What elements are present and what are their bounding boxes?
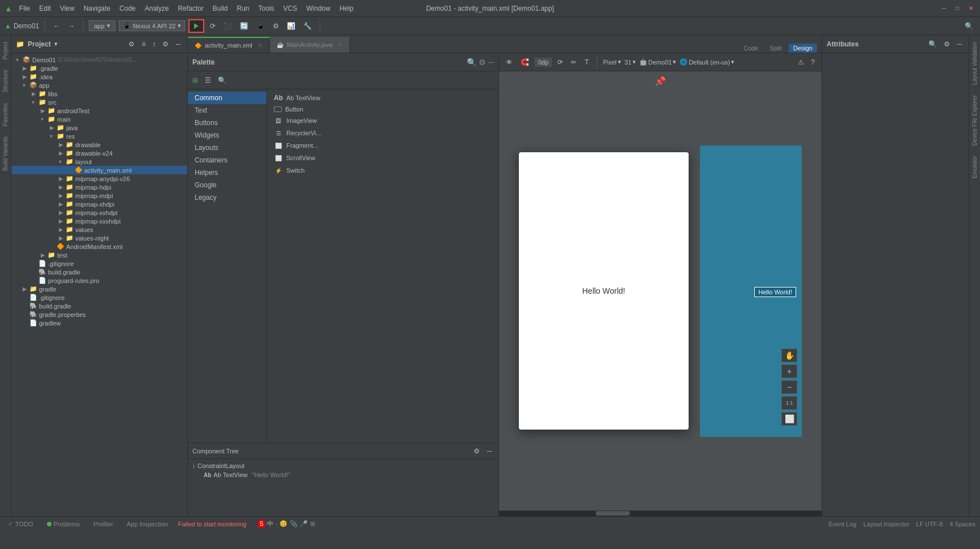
palette-cat-legacy[interactable]: Legacy xyxy=(188,191,267,204)
project-sort-button[interactable]: ↕ xyxy=(150,39,158,49)
palette-cat-text[interactable]: Text xyxy=(188,104,267,117)
tree-item-mipmap-xxhdpi[interactable]: ▶ 📁 mipmap-xxhdpi xyxy=(11,208,187,217)
layout-inspector-link[interactable]: Layout Inspector xyxy=(863,521,909,527)
tree-item-mipmap-xhdpi[interactable]: ▶ 📁 mipmap-xhdpi xyxy=(11,200,187,208)
palette-cat-buttons[interactable]: Buttons xyxy=(188,117,267,129)
tab-activity-main[interactable]: 🔶 activity_main.xml ✕ xyxy=(188,37,270,53)
palette-search2-button[interactable]: 🔍 xyxy=(216,75,229,85)
sidebar-item-favorites[interactable]: Favorites xyxy=(1,98,10,131)
locale-selector[interactable]: 🌐 Default (en-us)▾ xyxy=(680,58,734,66)
palette-item-switch[interactable]: ⚡ Switch xyxy=(272,164,494,177)
design-mode-button[interactable]: Design xyxy=(789,44,817,53)
tree-item-mipmap-xxxhdpi[interactable]: ▶ 📁 mipmap-xxxhdpi xyxy=(11,217,187,225)
tree-item-mipmap-hdpi[interactable]: ▶ 📁 mipmap-hdpi xyxy=(11,183,187,191)
avd-button[interactable]: 📱 xyxy=(254,21,267,31)
tree-item-demo01[interactable]: ▾ 📦 Demo01 D:\Study\Java\AOS\AndroidS... xyxy=(11,55,187,64)
palette-item-button[interactable]: Button xyxy=(272,104,494,114)
back-nav-button[interactable]: ← xyxy=(51,21,62,31)
zoom-reset-button[interactable]: 1:1 xyxy=(781,396,797,410)
canvas-scrollbar-thumb[interactable] xyxy=(596,511,630,516)
canvas-help-button[interactable]: ? xyxy=(809,57,817,67)
tree-item-libs[interactable]: ▶ 📁 libs xyxy=(11,89,187,98)
tab-main-activity[interactable]: ☕ MainActivity.java ✕ xyxy=(270,37,350,53)
canvas-eye-button[interactable]: 👁 xyxy=(504,57,515,67)
minimize-button[interactable]: ─ xyxy=(939,4,948,13)
profiler-btn[interactable]: 📊 xyxy=(285,21,298,31)
tree-item-mipmap-anydpi[interactable]: ▶ 📁 mipmap-anydpi-v26 xyxy=(11,174,187,183)
palette-search-button[interactable]: 🔍 xyxy=(467,58,476,67)
menu-tools[interactable]: Tools xyxy=(254,3,279,14)
palette-item-fragment[interactable]: ⬜ Fragment... xyxy=(272,139,494,152)
project-settings-button[interactable]: ⚙ xyxy=(160,39,171,49)
sdk-button[interactable]: ⚙ xyxy=(270,21,281,31)
project-config-button[interactable]: ⚙ xyxy=(126,39,137,49)
canvas-magnet-button[interactable]: 🧲 xyxy=(518,57,531,67)
global-search-button[interactable]: 🔍 xyxy=(962,21,975,31)
palette-item-abtextview[interactable]: Ab Ab TextView xyxy=(272,92,494,104)
project-close-button[interactable]: ─ xyxy=(173,39,183,49)
menu-run[interactable]: Run xyxy=(233,3,254,14)
palette-cat-widgets[interactable]: Widgets xyxy=(188,129,267,141)
tree-item-mipmap-mdpi[interactable]: ▶ 📁 mipmap-mdpi xyxy=(11,191,187,200)
zoom-minus-button[interactable]: − xyxy=(781,380,797,394)
hello-world-badge[interactable]: Hello World! xyxy=(754,287,796,297)
palette-cat-google[interactable]: Google xyxy=(188,179,267,191)
menu-view[interactable]: View xyxy=(55,3,79,14)
tree-item-proguard[interactable]: 📄 proguard-rules.pro xyxy=(11,276,187,285)
menu-build[interactable]: Build xyxy=(208,3,233,14)
tree-item-androidtest[interactable]: ▶ 📁 androidTest xyxy=(11,106,187,115)
tree-item-layout[interactable]: ▾ 📁 layout xyxy=(11,157,187,166)
palette-item-scrollview[interactable]: ⬜ ScrollView xyxy=(272,152,494,164)
menu-refactor[interactable]: Refactor xyxy=(173,3,208,14)
palette-cat-containers[interactable]: Containers xyxy=(188,154,267,166)
sync-button[interactable]: 🔄 xyxy=(238,21,251,31)
tree-item-java[interactable]: ▶ 📁 java xyxy=(11,123,187,132)
tab-main-activity-close[interactable]: ✕ xyxy=(338,42,343,48)
close-button[interactable]: ✕ xyxy=(966,4,975,13)
palette-list-button[interactable]: ☰ xyxy=(203,75,213,85)
pixel-selector[interactable]: Pixel▾ xyxy=(603,58,621,66)
refresh-button[interactable]: ⟳ xyxy=(208,21,218,31)
tree-item-gradle-properties[interactable]: 🐘 gradle.properties xyxy=(11,310,187,319)
tree-item-res[interactable]: ▾ 📁 res xyxy=(11,132,187,140)
menu-navigate[interactable]: Navigate xyxy=(79,3,115,14)
structure-btn[interactable]: 🔧 xyxy=(301,21,314,31)
palette-close-button[interactable]: ─ xyxy=(488,58,494,67)
tree-item-src[interactable]: ▾ 📁 src xyxy=(11,98,187,106)
tree-item-main[interactable]: ▾ 📁 main xyxy=(11,115,187,123)
bottom-tab-profiler[interactable]: Profiler xyxy=(90,520,117,527)
palette-toggle-button[interactable]: ⊞ xyxy=(190,75,200,85)
canvas-constraint-button[interactable]: ✏ xyxy=(569,57,579,67)
stop-button[interactable]: ⬛ xyxy=(221,21,234,31)
canvas-path-button[interactable]: ⟳ xyxy=(555,57,565,67)
api-selector[interactable]: 31▾ xyxy=(625,58,636,66)
tree-item-test[interactable]: ▶ 📁 test xyxy=(11,251,187,259)
comp-item-constraint-layout[interactable]: ↕ ConstraintLayout xyxy=(192,461,494,470)
tab-activity-main-close[interactable]: ✕ xyxy=(258,42,263,49)
tree-item-gradlew[interactable]: 📄 gradlew xyxy=(11,319,187,327)
bottom-tab-app-inspection[interactable]: App Inspection xyxy=(123,520,171,527)
sidebar-item-emulator[interactable]: Emulator xyxy=(970,151,979,183)
dp-selector[interactable]: 0dp xyxy=(535,58,552,67)
attributes-search-button[interactable]: 🔍 xyxy=(926,39,939,49)
tree-item-values-night[interactable]: ▶ 📁 values-night xyxy=(11,234,187,242)
palette-item-imageview[interactable]: 🖼 ImageView xyxy=(272,114,494,127)
menu-help[interactable]: Help xyxy=(335,3,358,14)
bottom-tab-problems[interactable]: Problems xyxy=(44,520,83,527)
code-mode-button[interactable]: Code xyxy=(739,44,763,53)
attributes-close-button[interactable]: ─ xyxy=(955,39,964,49)
menu-analyze[interactable]: Analyze xyxy=(140,3,174,14)
split-mode-button[interactable]: Split xyxy=(765,44,786,53)
comp-tree-close-button[interactable]: ─ xyxy=(484,446,494,456)
sidebar-item-structure[interactable]: Structure xyxy=(1,65,10,97)
tree-item-gitignore-root[interactable]: 📄 .gitignore xyxy=(11,293,187,302)
palette-settings-button[interactable]: ⚙ xyxy=(479,58,486,67)
canvas-text-button[interactable]: T xyxy=(582,57,591,67)
sidebar-item-project[interactable]: Project xyxy=(1,37,10,64)
palette-cat-common[interactable]: Common xyxy=(188,92,267,104)
sidebar-item-layout-validation[interactable]: Layout Validation xyxy=(970,37,979,89)
tree-item-drawable[interactable]: ▶ 📁 drawable xyxy=(11,140,187,149)
tree-item-build-gradle-root[interactable]: 🐘 build.gradle xyxy=(11,302,187,310)
app-selector[interactable]: app ▾ xyxy=(89,20,115,31)
palette-cat-layouts[interactable]: Layouts xyxy=(188,141,267,154)
